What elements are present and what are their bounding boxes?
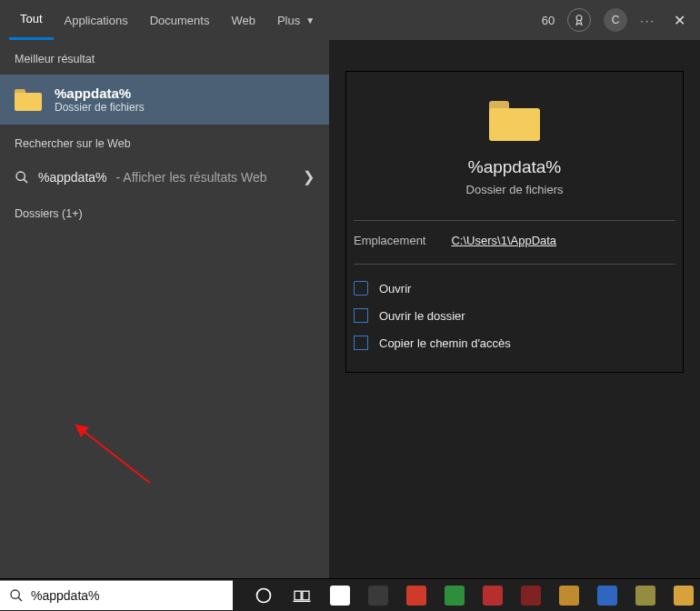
detail-card: %appdata% Dossier de fichiers Emplacemen… — [345, 71, 684, 373]
tabs-bar: Tout Applications Documents Web Plus ▼ 6… — [0, 0, 700, 40]
more-options-button[interactable]: ··· — [640, 14, 655, 27]
search-icon — [9, 588, 24, 603]
taskbar-app-3[interactable] — [438, 582, 471, 609]
tab-more[interactable]: Plus ▼ — [266, 0, 325, 40]
taskbar-app-7[interactable] — [591, 582, 624, 609]
open-folder-icon — [354, 308, 368, 323]
web-search-hint: - Afficher les résultats Web — [116, 170, 267, 185]
svg-point-3 — [11, 590, 19, 598]
taskbar-app-5[interactable] — [515, 582, 547, 609]
web-results-label: Rechercher sur le Web — [0, 125, 329, 159]
best-result-item[interactable]: %appdata% Dossier de fichiers — [0, 75, 329, 125]
account-avatar[interactable]: C — [604, 8, 627, 32]
tab-docs[interactable]: Documents — [139, 0, 221, 40]
taskbar-app-6[interactable] — [553, 582, 585, 609]
taskbar — [0, 578, 700, 611]
taskbar-app-2[interactable] — [400, 582, 433, 609]
chevron-right-icon: ❯ — [303, 168, 315, 185]
svg-point-0 — [576, 15, 582, 21]
svg-line-2 — [24, 179, 27, 183]
svg-line-4 — [18, 597, 22, 601]
action-copy-path[interactable]: Copier le chemin d'accès — [354, 336, 675, 350]
search-icon — [15, 170, 29, 185]
cortana-button[interactable] — [247, 582, 280, 609]
location-row: Emplacement C:\Users\1\AppData — [354, 234, 675, 265]
tab-web[interactable]: Web — [220, 0, 266, 40]
taskbar-icons — [242, 582, 700, 609]
chevron-down-icon: ▼ — [305, 15, 315, 25]
rewards-icon[interactable] — [567, 8, 591, 32]
tab-all[interactable]: Tout — [9, 0, 54, 40]
taskbar-app-8[interactable] — [629, 582, 662, 609]
taskbar-app-9[interactable] — [667, 582, 700, 609]
open-icon — [354, 281, 368, 295]
copy-icon — [354, 336, 368, 350]
detail-title: %appdata% — [346, 157, 683, 177]
results-column: Meilleur résultat %appdata% Dossier de f… — [0, 40, 329, 578]
svg-rect-7 — [303, 591, 309, 600]
detail-subtitle: Dossier de fichiers — [346, 183, 683, 196]
web-search-item[interactable]: %appdata% - Afficher les résultats Web ❯ — [0, 159, 329, 195]
taskbar-search[interactable] — [0, 580, 233, 610]
action-copy-path-label: Copier le chemin d'accès — [379, 336, 511, 350]
web-search-query: %appdata% — [38, 170, 107, 185]
tab-apps[interactable]: Applications — [54, 0, 139, 40]
close-button[interactable]: ✕ — [668, 12, 691, 29]
best-result-title: %appdata% — [55, 85, 145, 101]
folder-icon — [15, 89, 42, 111]
folders-section-label: Dossiers (1+) — [0, 195, 329, 229]
best-result-subtitle: Dossier de fichiers — [55, 101, 145, 114]
location-label: Emplacement — [354, 234, 425, 247]
taskbar-app-4[interactable] — [476, 582, 509, 609]
action-open-folder[interactable]: Ouvrir le dossier — [354, 308, 675, 323]
location-link[interactable]: C:\Users\1\AppData — [451, 234, 556, 247]
action-open[interactable]: Ouvrir — [354, 281, 675, 295]
svg-point-5 — [257, 588, 271, 602]
taskbar-app-1[interactable] — [362, 582, 395, 609]
taskbar-app-0[interactable] — [324, 582, 356, 609]
svg-rect-6 — [295, 591, 301, 600]
task-view-button[interactable] — [285, 582, 318, 609]
action-open-label: Ouvrir — [379, 282, 411, 295]
detail-pane: %appdata% Dossier de fichiers Emplacemen… — [329, 40, 700, 578]
search-input[interactable] — [31, 588, 224, 603]
best-result-label: Meilleur résultat — [0, 40, 329, 75]
search-panel: Tout Applications Documents Web Plus ▼ 6… — [0, 0, 700, 578]
action-open-folder-label: Ouvrir le dossier — [379, 309, 465, 323]
svg-point-1 — [16, 172, 25, 180]
folder-icon-large — [489, 101, 540, 141]
tab-more-label: Plus — [277, 14, 300, 27]
rewards-count: 60 — [542, 14, 555, 27]
